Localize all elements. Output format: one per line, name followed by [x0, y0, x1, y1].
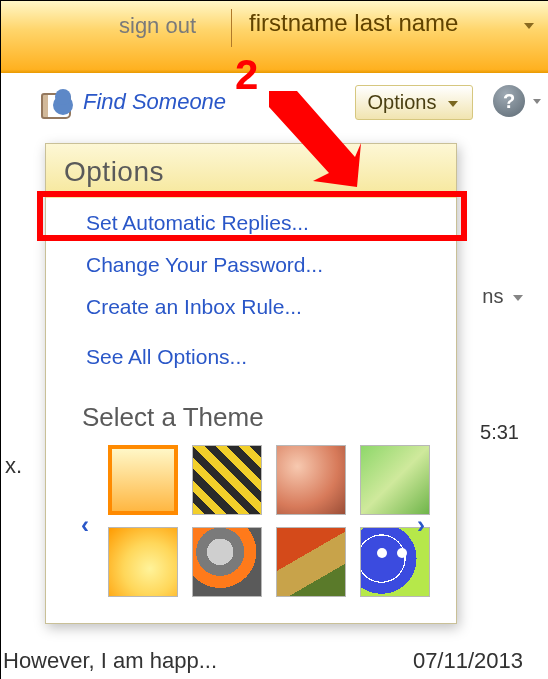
theme-tile-1[interactable] — [108, 445, 178, 515]
options-panel-title: Options — [46, 144, 456, 198]
theme-tile-5[interactable] — [108, 527, 178, 597]
topbar-divider — [231, 9, 232, 47]
sign-out-link[interactable]: sign out — [119, 13, 196, 39]
menu-item-set-automatic-replies[interactable]: Set Automatic Replies... — [46, 202, 456, 244]
address-book-icon — [41, 91, 75, 121]
options-button-label: Options — [368, 91, 437, 113]
chevron-down-icon — [533, 99, 541, 104]
options-dropdown-panel: Options Set Automatic Replies... Change … — [45, 143, 457, 624]
theme-tile-7[interactable] — [276, 527, 346, 597]
user-name-menu[interactable]: firstname last name — [249, 9, 458, 37]
chevron-down-icon — [448, 101, 458, 107]
app-frame: sign out firstname last name Find Someon… — [0, 0, 548, 679]
help-button[interactable]: ? — [493, 85, 525, 117]
theme-next-arrow[interactable]: › — [406, 511, 436, 539]
chevron-down-icon — [513, 295, 523, 301]
background-time-fragment: 5:31 — [480, 421, 519, 444]
menu-item-create-inbox-rule[interactable]: Create an Inbox Rule... — [46, 286, 456, 328]
message-date: 07/11/2013 — [413, 648, 523, 674]
theme-picker: ‹ › — [46, 441, 456, 623]
background-text-fragment: x. — [5, 453, 22, 479]
theme-prev-arrow[interactable]: ‹ — [70, 511, 100, 539]
find-someone-link[interactable]: Find Someone — [83, 89, 226, 115]
help-icon: ? — [503, 90, 515, 112]
options-menu: Set Automatic Replies... Change Your Pas… — [46, 198, 456, 384]
chevron-down-icon — [524, 23, 534, 29]
top-bar: sign out firstname last name — [1, 1, 548, 73]
theme-tile-3[interactable] — [276, 445, 346, 515]
options-button[interactable]: Options — [355, 85, 474, 120]
theme-tile-4[interactable] — [360, 445, 430, 515]
select-theme-heading: Select a Theme — [46, 384, 456, 441]
menu-item-change-password[interactable]: Change Your Password... — [46, 244, 456, 286]
annotation-step-number: 2 — [235, 51, 258, 99]
toolbar: Find Someone Options ? — [1, 91, 548, 137]
theme-tile-2[interactable] — [192, 445, 262, 515]
message-preview-row[interactable]: However, I am happ... 07/11/2013 — [3, 648, 547, 674]
menu-item-see-all-options[interactable]: See All Options... — [46, 336, 456, 378]
message-preview-text: However, I am happ... — [3, 648, 217, 673]
background-dropdown-fragment[interactable]: ns — [482, 285, 523, 308]
theme-tile-6[interactable] — [192, 527, 262, 597]
